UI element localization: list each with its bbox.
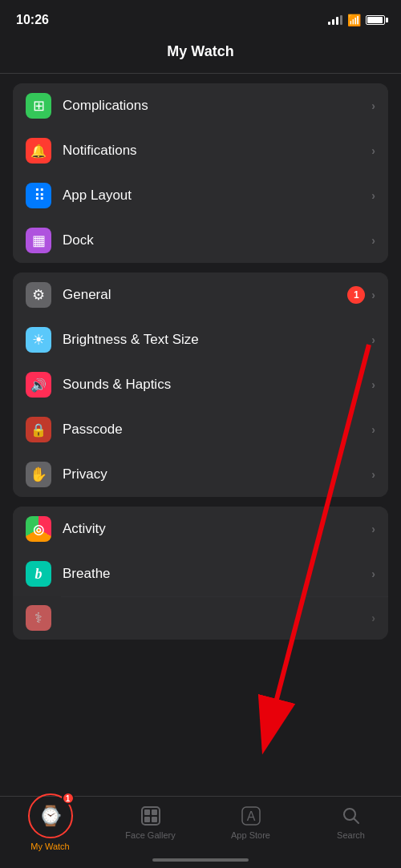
general-label: General bbox=[63, 287, 347, 303]
section-apps: ◎ Activity › b Breathe › ⚕ › bbox=[13, 507, 388, 640]
general-item[interactable]: ⚙ General 1 › bbox=[13, 273, 388, 317]
partial-chevron: › bbox=[371, 612, 375, 624]
complications-label: Complications bbox=[63, 98, 371, 114]
dock-item[interactable]: ▦ Dock › bbox=[13, 218, 388, 263]
privacy-chevron: › bbox=[371, 468, 375, 481]
activity-label: Activity bbox=[63, 521, 371, 537]
svg-rect-5 bbox=[144, 817, 150, 822]
app-layout-icon: ⠿ bbox=[26, 183, 51, 208]
sounds-chevron: › bbox=[371, 378, 375, 391]
svg-text:A: A bbox=[246, 809, 255, 823]
section-settings: ⚙ General 1 › ☀ Brightness & Text Size ›… bbox=[13, 273, 388, 497]
tab-my-watch-label: My Watch bbox=[30, 842, 70, 851]
app-layout-item[interactable]: ⠿ App Layout › bbox=[13, 173, 388, 218]
tab-bar: ⌚ 1 My Watch Face Gallery A App Store bbox=[0, 796, 401, 868]
dock-icon: ▦ bbox=[26, 228, 51, 253]
tab-search[interactable]: Search bbox=[301, 805, 401, 840]
search-icon bbox=[340, 805, 363, 827]
notifications-chevron: › bbox=[371, 144, 375, 157]
general-badge: 1 bbox=[347, 286, 365, 304]
partial-item[interactable]: ⚕ › bbox=[13, 596, 388, 640]
complications-item[interactable]: ⊞ Complications › bbox=[13, 83, 388, 128]
breathe-item[interactable]: b Breathe › bbox=[13, 551, 388, 596]
passcode-label: Passcode bbox=[63, 422, 371, 438]
status-time: 10:26 bbox=[16, 13, 49, 27]
passcode-item[interactable]: 🔒 Passcode › bbox=[13, 407, 388, 452]
app-layout-label: App Layout bbox=[63, 188, 371, 204]
passcode-chevron: › bbox=[371, 423, 375, 436]
sounds-icon: 🔊 bbox=[26, 372, 51, 398]
breathe-icon: b bbox=[26, 561, 51, 587]
activity-chevron: › bbox=[371, 523, 375, 535]
svg-rect-4 bbox=[152, 809, 157, 815]
notifications-item[interactable]: 🔔 Notifications › bbox=[13, 128, 388, 173]
svg-rect-6 bbox=[152, 817, 157, 822]
partial-icon: ⚕ bbox=[26, 605, 51, 631]
general-chevron: › bbox=[371, 289, 375, 301]
wifi-icon: 📶 bbox=[347, 14, 361, 26]
tab-app-store[interactable]: A App Store bbox=[200, 805, 301, 840]
tab-search-label: Search bbox=[337, 830, 365, 840]
dock-chevron: › bbox=[371, 234, 375, 247]
activity-icon: ◎ bbox=[26, 516, 51, 542]
brightness-label: Brightness & Text Size bbox=[63, 332, 371, 348]
tab-app-store-label: App Store bbox=[231, 830, 270, 840]
section-watch-faces: ⊞ Complications › 🔔 Notifications › ⠿ Ap… bbox=[13, 83, 388, 263]
breathe-chevron: › bbox=[371, 567, 375, 580]
status-icons: 📶 bbox=[328, 14, 385, 26]
tab-face-gallery[interactable]: Face Gallery bbox=[100, 805, 200, 840]
face-gallery-icon bbox=[140, 805, 162, 827]
sounds-label: Sounds & Haptics bbox=[63, 377, 371, 393]
general-icon: ⚙ bbox=[26, 282, 51, 308]
home-indicator bbox=[152, 858, 249, 862]
my-watch-circle: ⌚ 1 bbox=[28, 793, 73, 838]
complications-chevron: › bbox=[371, 99, 375, 112]
brightness-chevron: › bbox=[371, 333, 375, 346]
status-bar: 10:26 📶 bbox=[0, 0, 401, 35]
tab-face-gallery-label: Face Gallery bbox=[125, 830, 175, 840]
brightness-item[interactable]: ☀ Brightness & Text Size › bbox=[13, 317, 388, 362]
dock-label: Dock bbox=[63, 232, 371, 248]
app-store-icon: A bbox=[240, 805, 262, 827]
tab-my-watch[interactable]: ⌚ 1 My Watch bbox=[0, 805, 100, 851]
notifications-icon: 🔔 bbox=[26, 138, 51, 164]
svg-rect-3 bbox=[144, 809, 150, 815]
top-divider bbox=[0, 73, 401, 74]
privacy-item[interactable]: ✋ Privacy › bbox=[13, 452, 388, 497]
page-title: My Watch bbox=[0, 35, 401, 73]
my-watch-badge: 1 bbox=[62, 792, 75, 805]
passcode-icon: 🔒 bbox=[26, 417, 51, 442]
breathe-label: Breathe bbox=[63, 566, 371, 582]
privacy-icon: ✋ bbox=[26, 462, 51, 487]
battery-icon bbox=[366, 15, 385, 25]
privacy-label: Privacy bbox=[63, 466, 371, 482]
svg-line-10 bbox=[354, 819, 358, 824]
app-layout-chevron: › bbox=[371, 189, 375, 202]
notifications-label: Notifications bbox=[63, 143, 371, 159]
activity-item[interactable]: ◎ Activity › bbox=[13, 507, 388, 551]
complications-icon: ⊞ bbox=[26, 93, 51, 119]
sounds-item[interactable]: 🔊 Sounds & Haptics › bbox=[13, 362, 388, 407]
signal-icon bbox=[328, 15, 342, 25]
brightness-icon: ☀ bbox=[26, 327, 51, 353]
